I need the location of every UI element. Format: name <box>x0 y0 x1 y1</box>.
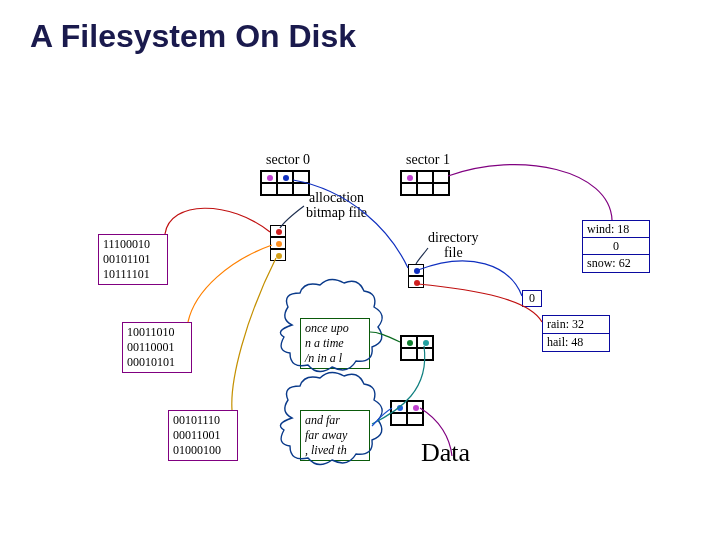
bitmap-block-1: 10011010 00110001 00010101 <box>122 322 192 373</box>
dot-icon <box>407 340 413 346</box>
sector-0-block <box>260 170 310 196</box>
dot-icon <box>407 175 413 181</box>
entry-rain: rain: 32 <box>542 315 610 334</box>
dot-icon <box>276 253 282 259</box>
data-label: Data <box>421 438 470 468</box>
mid-pair-block <box>400 335 434 361</box>
dot-icon <box>423 340 429 346</box>
slide-title: A Filesystem On Disk <box>30 18 356 55</box>
directory-file-label: directory file <box>428 230 479 261</box>
story-once: once upo n a time /n in a l <box>300 318 370 369</box>
dot-icon <box>413 405 419 411</box>
dot-icon <box>267 175 273 181</box>
lower-pair-block <box>390 400 424 426</box>
dot-icon <box>414 280 420 286</box>
entry-snow: snow: 62 <box>582 254 650 273</box>
bitmap-block-0: 11100010 00101101 10111101 <box>98 234 168 285</box>
entry-hail: hail: 48 <box>542 333 610 352</box>
dot-icon <box>283 175 289 181</box>
entry-zero-single: 0 <box>522 290 542 307</box>
bitmap-block-2: 00101110 00011001 01000100 <box>168 410 238 461</box>
dot-icon <box>276 241 282 247</box>
sector-0-label: sector 0 <box>266 152 310 167</box>
sector-1-label: sector 1 <box>406 152 450 167</box>
sector-1-block <box>400 170 450 196</box>
story-far: and far far away , lived th <box>300 410 370 461</box>
dot-icon <box>397 405 403 411</box>
dir-file-block <box>408 264 424 288</box>
dot-icon <box>414 268 420 274</box>
alloc-bitmap-block <box>270 225 286 261</box>
alloc-bitmap-label: allocation bitmap file <box>306 190 367 221</box>
dot-icon <box>276 229 282 235</box>
